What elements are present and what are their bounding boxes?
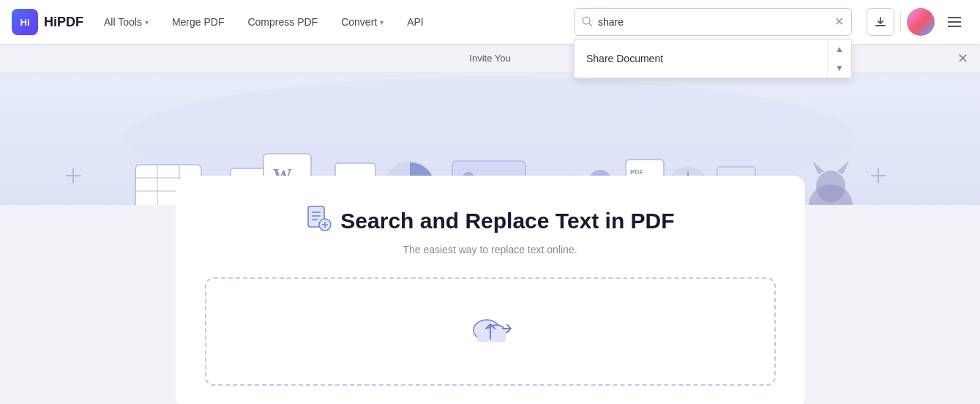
page-title: Search and Replace Text in PDF — [340, 209, 674, 233]
nav-convert[interactable]: Convert ▾ — [332, 10, 392, 34]
menu-button[interactable] — [940, 8, 968, 36]
search-wrapper: ✕ Share Document ▲ ▼ — [574, 8, 852, 36]
upload-area[interactable] — [205, 277, 776, 386]
search-input[interactable] — [598, 16, 834, 28]
logo[interactable]: Hi HiPDF — [12, 9, 83, 35]
merge-pdf-label: Merge PDF — [172, 16, 225, 28]
svg-marker-53 — [837, 161, 849, 174]
search-icon — [582, 16, 592, 29]
page-subtitle: The easiest way to replace text online. — [205, 244, 776, 255]
api-label: API — [407, 16, 424, 28]
svg-rect-2 — [875, 25, 886, 26]
nav-compress-pdf[interactable]: Compress PDF — [239, 10, 326, 34]
page-title-row: Search and Replace Text in PDF — [205, 205, 776, 236]
hamburger-icon — [948, 17, 961, 27]
content-card: Search and Replace Text in PDF The easie… — [176, 176, 805, 404]
dropdown-nav-up[interactable]: ▲ — [828, 40, 851, 59]
all-tools-chevron-icon: ▾ — [145, 18, 149, 26]
header-divider — [900, 12, 901, 32]
share-document-label: Share Document — [586, 53, 663, 64]
search-clear-icon[interactable]: ✕ — [834, 16, 844, 28]
logo-icon: Hi — [12, 9, 38, 35]
convert-chevron-icon: ▾ — [380, 18, 384, 26]
main-content: Search and Replace Text in PDF The easie… — [0, 205, 980, 404]
upload-icon — [468, 308, 512, 355]
avatar[interactable] — [907, 8, 935, 36]
page-title-icon — [305, 205, 332, 236]
search-dropdown: Share Document ▲ ▼ — [574, 39, 852, 78]
logo-abbr: Hi — [20, 17, 30, 28]
all-tools-label: All Tools — [104, 16, 142, 28]
download-button[interactable] — [867, 8, 894, 36]
dropdown-item-share-document[interactable]: Share Document — [575, 40, 827, 78]
nav-merge-pdf[interactable]: Merge PDF — [163, 10, 233, 34]
invite-text: Invite You — [469, 53, 510, 64]
svg-rect-63 — [477, 329, 506, 342]
logo-text: HiPDF — [44, 15, 83, 30]
compress-pdf-label: Compress PDF — [247, 16, 318, 28]
convert-label: Convert — [341, 16, 377, 28]
dropdown-nav: ▲ ▼ — [827, 40, 851, 78]
download-icon — [875, 16, 886, 28]
search-container: ✕ — [574, 8, 852, 36]
nav-all-tools[interactable]: All Tools ▾ — [95, 10, 157, 34]
svg-line-1 — [589, 23, 592, 26]
svg-point-51 — [816, 171, 845, 203]
nav-api[interactable]: API — [398, 10, 433, 34]
header-right — [867, 8, 968, 36]
dropdown-nav-down[interactable]: ▼ — [828, 59, 851, 78]
header: Hi HiPDF All Tools ▾ Merge PDF Compress … — [0, 0, 980, 44]
svg-text:PDF: PDF — [630, 168, 644, 176]
banner-close-icon[interactable]: ✕ — [957, 50, 968, 67]
